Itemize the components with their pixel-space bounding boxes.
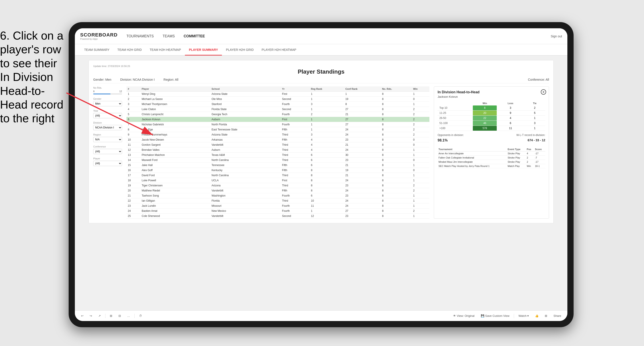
- t-col-score: Score: [534, 147, 545, 152]
- thumbs-button[interactable]: 👍: [533, 313, 540, 318]
- division-select[interactable]: NCAA Division I: [93, 125, 122, 130]
- table-row[interactable]: 15 Jake Hall Tennessee Fifth 6 21 8 1: [126, 163, 430, 168]
- top-nav: SCOREBOARD Powered by clippi TOURNAMENTS…: [75, 28, 568, 44]
- nav-tournaments[interactable]: TOURNAMENTS: [126, 33, 154, 39]
- filter-gender-section: Gender Men Women: [93, 98, 122, 106]
- h2h-stats-table: Win Loss Tie Top 10 8 3 2: [438, 101, 545, 131]
- tournament-header-row: Tournament Event Type Pos Score: [438, 147, 545, 152]
- sub-nav-team-h2h-heatmap[interactable]: TEAM H2H HEATMAP: [146, 44, 185, 55]
- h2h-col-loss: Loss: [497, 101, 524, 105]
- col-yr: Yr: [281, 86, 310, 92]
- table-row[interactable]: 5 Christo Lamprecht Georgia Tech Fourth …: [126, 112, 430, 117]
- gender-select[interactable]: Men Women: [93, 101, 122, 106]
- col-no-rds: No. Rds.: [381, 86, 412, 92]
- tournament-row: Mirabel Maui Jim Intercollegiate Stroke …: [438, 160, 545, 164]
- table-row[interactable]: 8 Mats Ege East Tennessee State Fifth 1 …: [126, 127, 430, 132]
- table-row[interactable]: 18 Luke Powell UCLA First 8 24 8 1: [126, 178, 430, 183]
- no-rds-label: No Rds.: [93, 86, 122, 89]
- table-row[interactable]: 13 Phichaksn Maichon Texas A&M Third 6 3…: [126, 153, 430, 158]
- sign-out-button[interactable]: Sign out: [551, 34, 562, 38]
- wl-record: 674 - 33 - 12: [528, 138, 545, 142]
- h2h-title: In Division Head-to-Head: [438, 90, 545, 94]
- filter-year-label: Year: [93, 109, 122, 112]
- view-original-button[interactable]: 👁 View: Original: [451, 313, 476, 318]
- forward-button[interactable]: ↗: [96, 313, 102, 318]
- table-row[interactable]: 12 Brendan Valles Auburn Third 4 24 8 1: [126, 148, 430, 153]
- table-row[interactable]: 14 Maxwell Ford North Carolina Third 6 2…: [126, 158, 430, 163]
- sub-nav-player-h2h-heatmap[interactable]: PLAYER H2H HEATMAP: [258, 44, 300, 55]
- table-row[interactable]: 19 Tiger Christensen Arizona Third 8 23 …: [126, 183, 430, 188]
- bottom-toolbar: ↩ ↪ ↗ ⊞ ⊟ … ⏱ 👁 View: Original 💾 Save Cu…: [75, 310, 568, 321]
- h2h-row-top10: Top 10 8 3 2: [438, 105, 545, 111]
- year-select[interactable]: (All): [93, 113, 122, 118]
- table-row[interactable]: 20 Matthew Riedel Vanderbilt Fifth 8 24 …: [126, 188, 430, 193]
- tablet-frame: SCOREBOARD Powered by clippi TOURNAMENTS…: [69, 22, 574, 327]
- filter-division-section: Division NCAA Division I: [93, 121, 122, 130]
- table-row[interactable]: 21 Taehoon Song Washington Fourth 6 23 8…: [126, 193, 430, 198]
- filter-division: Division: NCAA Division I: [120, 78, 155, 81]
- h2h-row-100plus: >100 578 11 1: [438, 126, 545, 131]
- redo-button[interactable]: ↪: [88, 313, 94, 318]
- sub-nav-team-summary[interactable]: TEAM SUMMARY: [80, 44, 114, 55]
- logo-sub: Powered by clippi: [80, 38, 118, 40]
- tournament-table: Tournament Event Type Pos Score Amer An …: [438, 147, 545, 168]
- table-row[interactable]: 6 Jackson Koivun Auburn First 1 27 8 2: [126, 117, 430, 122]
- clock-button[interactable]: ⏱: [137, 313, 144, 318]
- h2h-col-label: [438, 101, 473, 105]
- table-row[interactable]: 25 Cole Sherwood Vanderbilt Second 12 23…: [126, 214, 430, 219]
- table-row[interactable]: 9 Preston Summerhays Arizona State Third…: [126, 132, 430, 137]
- grid-button[interactable]: ⊞: [543, 313, 549, 318]
- paste-button[interactable]: ⊟: [117, 313, 123, 318]
- sub-nav-player-summary[interactable]: PLAYER SUMMARY: [185, 44, 222, 55]
- table-row[interactable]: 17 David Ford North Carolina Third 8 21 …: [126, 173, 430, 178]
- player-table-area: # Player School Yr Reg Rank Conf Rank No…: [126, 86, 430, 219]
- opponents-label: Opponents in division:: [438, 134, 464, 137]
- table-row[interactable]: 10 Jacob New-Diesen Arkansas Fifth 4 23 …: [126, 137, 430, 142]
- update-time: Update time: 27/03/2024 16:56:26: [93, 65, 549, 67]
- save-custom-button[interactable]: 💾 Save Custom View: [479, 313, 511, 318]
- table-row[interactable]: 22 Ian Gilligan Florida Third 10 24 8 1: [126, 198, 430, 203]
- col-school: School: [210, 86, 280, 92]
- filter-conference: Conference: All: [528, 78, 549, 81]
- filter-region: Region: All: [164, 78, 178, 81]
- table-row[interactable]: 23 Jack Lundin Missouri Fourth 11 24 8 1: [126, 203, 430, 208]
- conference-select[interactable]: (All): [93, 149, 122, 154]
- region-select[interactable]: N/A: [93, 137, 122, 142]
- no-rds-range: 6 12: [93, 90, 122, 93]
- player-select[interactable]: (All): [93, 161, 122, 166]
- range-slider[interactable]: [93, 94, 122, 94]
- filter-player-label: Player: [93, 157, 122, 160]
- share-button[interactable]: Share: [552, 313, 563, 318]
- table-row[interactable]: 1 Wenyi Ding Arizona State First 1 1 8 1: [126, 92, 430, 97]
- h2h-row-2650: 26-50 22 4 1: [438, 116, 545, 121]
- col-num: #: [126, 86, 140, 92]
- sub-nav-player-h2h-grid[interactable]: PLAYER H2H GRID: [222, 44, 258, 55]
- close-h2h-button[interactable]: ×: [541, 89, 546, 95]
- t-col-type: Event Type: [507, 147, 526, 152]
- table-row[interactable]: 4 Luke Claton Florida State Second 1 27 …: [126, 107, 430, 112]
- filter-gender: Gender: Men: [93, 78, 112, 81]
- tournament-row: Fallen Oak Collegiate Invitational Strok…: [438, 156, 545, 160]
- watch-button[interactable]: Watch ▾: [517, 313, 530, 318]
- table-row[interactable]: 3 Michael Thorbjornsen Stanford Fourth 3…: [126, 102, 430, 107]
- copy-button[interactable]: ⊞: [108, 313, 114, 318]
- table-row[interactable]: 2 Michael La Sasso Ole Miss Second 1 19 …: [126, 97, 430, 102]
- toolbar-sep-3: [514, 314, 514, 318]
- nav-committee[interactable]: COMMITTEE: [184, 33, 205, 39]
- tournament-row: SEC Match Play Hosted by Jerry Pata Roun…: [438, 164, 545, 168]
- opponents-pct: 98.1%: [438, 138, 448, 145]
- h2h-panel: × In Division Head-to-Head Jackson Koivu…: [434, 86, 549, 219]
- nav-teams[interactable]: TEAMS: [162, 33, 175, 39]
- sub-nav-team-h2h-grid[interactable]: TEAM H2H GRID: [114, 44, 146, 55]
- table-row[interactable]: 11 Gordon Sargent Vanderbilt Third 4 21 …: [126, 142, 430, 148]
- main-content: Update time: 27/03/2024 16:56:26 Player …: [75, 56, 568, 310]
- table-row[interactable]: 7 Nicholas Gabrielck North Florida Fourt…: [126, 122, 430, 127]
- undo-button[interactable]: ↩: [79, 313, 85, 318]
- table-row[interactable]: 16 Alex Goff Kentucky Fifth 8 19 8 0: [126, 168, 430, 173]
- table-row[interactable]: 24 Bastien Amat New Mexico Fourth 1 27 8…: [126, 208, 430, 214]
- col-player: Player: [140, 86, 210, 92]
- more-button[interactable]: …: [125, 313, 132, 318]
- dashboard-panel: Update time: 27/03/2024 16:56:26 Player …: [88, 60, 554, 223]
- t-col-pos: Pos: [526, 147, 534, 152]
- player-table: # Player School Yr Reg Rank Conf Rank No…: [126, 86, 430, 219]
